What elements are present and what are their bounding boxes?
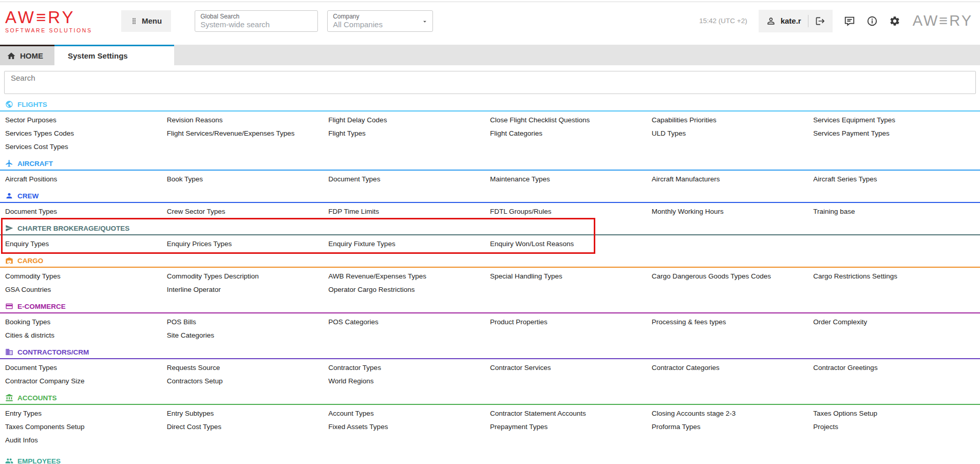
section-cargo: CARGOCommodity TypesCommodity Types Desc…: [5, 255, 975, 296]
settings-link[interactable]: Booking Types: [5, 315, 167, 328]
settings-link[interactable]: Flight Types: [328, 126, 490, 140]
settings-link[interactable]: Services Equipment Types: [813, 113, 975, 126]
settings-link[interactable]: Crew Sector Types: [167, 205, 329, 218]
settings-link[interactable]: Fixed Assets Types: [328, 420, 490, 433]
send-icon: [5, 224, 13, 232]
settings-link[interactable]: Aircraft Positions: [5, 172, 167, 185]
settings-link[interactable]: Sector Purposes: [5, 113, 167, 126]
settings-link[interactable]: Interline Operator: [167, 283, 329, 296]
card-icon: [5, 302, 13, 310]
settings-link[interactable]: Commodity Types: [5, 269, 167, 283]
settings-link[interactable]: Operator Cargo Restrictions: [328, 283, 490, 296]
settings-link[interactable]: Services Types Codes: [5, 126, 167, 140]
settings-link[interactable]: Services Cost Types: [5, 140, 167, 153]
settings-link[interactable]: Product Properties: [490, 315, 652, 328]
settings-link[interactable]: Flight Delay Codes: [328, 113, 490, 126]
settings-link[interactable]: Commodity Types Description: [167, 269, 329, 283]
settings-link[interactable]: Document Types: [5, 361, 167, 374]
settings-link[interactable]: POS Categories: [328, 315, 490, 328]
section-title-flights: FLIGHTS: [17, 101, 47, 108]
settings-link[interactable]: Contractor Greetings: [813, 361, 975, 374]
section-items-ecommerce: Booking TypesPOS BillsPOS CategoriesProd…: [5, 313, 975, 342]
section-items-aircraft: Aircraft PositionsBook TypesDocument Typ…: [5, 171, 975, 185]
settings-link[interactable]: Contractor Statement Accounts: [490, 406, 652, 420]
settings-link[interactable]: Contractor Services: [490, 361, 652, 374]
settings-link[interactable]: Close Flight Checklist Questions: [490, 113, 652, 126]
settings-link[interactable]: Taxes Components Setup: [5, 420, 167, 433]
settings-link[interactable]: Contractor Company Size: [5, 374, 167, 387]
settings-link[interactable]: Document Types: [328, 172, 490, 185]
settings-link[interactable]: POS Bills: [167, 315, 329, 328]
global-search-input[interactable]: Global Search System-wide search: [195, 10, 318, 32]
settings-link[interactable]: Direct Cost Types: [167, 420, 329, 433]
settings-link[interactable]: Enquiry Fixture Types: [328, 237, 490, 250]
settings-link[interactable]: Aircraft Series Types: [813, 172, 975, 185]
settings-link[interactable]: Book Types: [167, 172, 329, 185]
settings-link[interactable]: Account Types: [328, 406, 490, 420]
settings-link[interactable]: Processing & fees types: [652, 315, 814, 328]
settings-link[interactable]: Entry Subtypes: [167, 406, 329, 420]
settings-link[interactable]: Entry Types: [5, 406, 167, 420]
settings-link[interactable]: Requests Source: [167, 361, 329, 374]
settings-link[interactable]: Proforma Types: [652, 420, 814, 433]
person-icon: [5, 192, 13, 200]
settings-link[interactable]: Projects: [813, 420, 975, 433]
group-icon: [5, 457, 13, 464]
settings-link[interactable]: Services Payment Types: [813, 126, 975, 140]
section-header-flights: FLIGHTS: [5, 99, 975, 110]
settings-link[interactable]: ULD Types: [652, 126, 814, 140]
settings-link[interactable]: Flight Services/Revenue/Expenses Types: [167, 126, 329, 140]
info-icon[interactable]: [866, 15, 878, 27]
logout-icon[interactable]: [815, 16, 825, 26]
building-icon: [5, 348, 13, 356]
settings-link[interactable]: Maintenance Types: [490, 172, 652, 185]
settings-link[interactable]: World Regions: [328, 374, 490, 387]
settings-link[interactable]: Revision Reasons: [167, 113, 329, 126]
settings-link[interactable]: Special Handling Types: [490, 269, 652, 283]
settings-link[interactable]: Cities & districts: [5, 328, 167, 342]
search-input[interactable]: [4, 71, 976, 94]
section-header-accounts: ACCOUNTS: [5, 392, 975, 403]
settings-link[interactable]: Cargo Dangerous Goods Types Codes: [652, 269, 814, 283]
settings-link[interactable]: AWB Revenue/Expenses Types: [328, 269, 490, 283]
settings-link[interactable]: Capabilities Priorities: [652, 113, 814, 126]
settings-link[interactable]: Aircraft Manufacturers: [652, 172, 814, 185]
settings-link[interactable]: Contractor Types: [328, 361, 490, 374]
settings-link[interactable]: Training base: [813, 205, 975, 218]
settings-link[interactable]: Closing Accounts stage 2-3: [652, 406, 814, 420]
settings-link[interactable]: Document Types: [5, 205, 167, 218]
company-select[interactable]: Company All Companies: [327, 10, 433, 32]
chat-icon[interactable]: [844, 15, 855, 27]
settings-link[interactable]: Cargo Restrictions Settings: [813, 269, 975, 283]
settings-link[interactable]: Order Complexity: [813, 315, 975, 328]
settings-link[interactable]: Taxes Options Setup: [813, 406, 975, 420]
settings-link[interactable]: FDP Time Limits: [328, 205, 490, 218]
section-title-charter: CHARTER BROKERAGE/QUOTES: [17, 225, 129, 232]
awery-logo[interactable]: AW≡RY SOFTWARE SOLUTIONS: [5, 9, 106, 33]
settings-link[interactable]: Monthly Working Hours: [652, 205, 814, 218]
settings-link[interactable]: FDTL Groups/Rules: [490, 205, 652, 218]
section-items-cargo: Commodity TypesCommodity Types Descripti…: [5, 268, 975, 296]
section-title-contractors: CONTRACTORS/CRM: [17, 348, 89, 356]
settings-link[interactable]: Audit Infos: [5, 433, 167, 447]
menu-button[interactable]: Menu: [121, 10, 171, 32]
section-title-aircraft: AIRCRAFT: [17, 160, 53, 168]
settings-link[interactable]: GSA Countries: [5, 283, 167, 296]
settings-link[interactable]: Enquiry Types: [5, 237, 167, 250]
tab-home[interactable]: HOME: [0, 45, 54, 65]
settings-link[interactable]: Contractors Setup: [167, 374, 329, 387]
settings-link[interactable]: Contractor Categories: [652, 361, 814, 374]
chip-divider: [808, 15, 808, 27]
gear-icon[interactable]: [889, 15, 900, 27]
user-chip[interactable]: kate.r: [759, 10, 833, 32]
settings-link[interactable]: Prepayment Types: [490, 420, 652, 433]
settings-link[interactable]: Enquiry Won/Lost Reasons: [490, 237, 652, 250]
section-contractors: CONTRACTORS/CRMDocument TypesRequests So…: [5, 346, 975, 387]
section-ecommerce: E-COMMERCEBooking TypesPOS BillsPOS Cate…: [5, 301, 975, 342]
section-header-aircraft: AIRCRAFT: [5, 158, 975, 169]
settings-link[interactable]: Site Categories: [167, 328, 329, 342]
settings-link[interactable]: Flight Categories: [490, 126, 652, 140]
settings-link[interactable]: Enquiry Prices Types: [167, 237, 329, 250]
tab-system-settings[interactable]: System Settings: [54, 45, 174, 65]
section-title-ecommerce: E-COMMERCE: [17, 303, 66, 310]
